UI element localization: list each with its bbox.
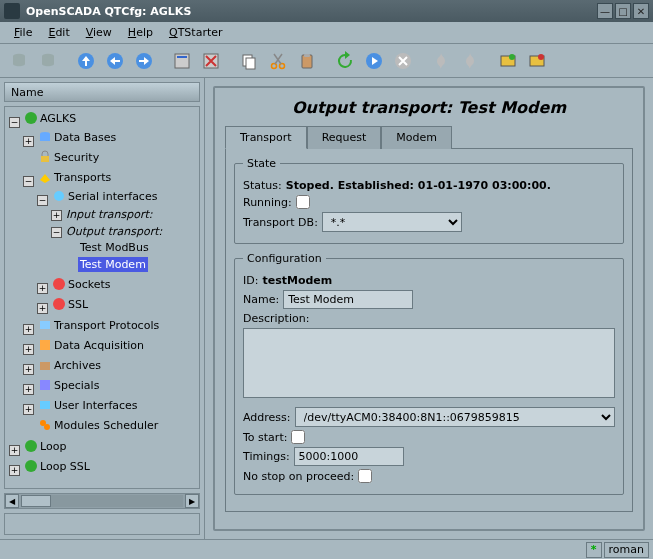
name-label: Name: [243,293,279,306]
tree-node-sockets[interactable]: Sockets [50,276,113,292]
svg-point-33 [44,424,50,430]
nostop-checkbox[interactable] [358,469,372,483]
tool-db1-icon[interactable] [6,48,32,74]
tree-node-loopssl[interactable]: Loop SSL [22,458,92,474]
menu-help[interactable]: Help [122,24,159,41]
expand-icon[interactable]: − [51,227,62,238]
expand-icon[interactable]: + [23,324,34,335]
description-textarea[interactable] [243,328,615,398]
state-group: State Status: Stoped. Established: 01-01… [234,157,624,244]
nostop-label: No stop on proceed: [243,470,354,483]
expand-icon[interactable]: + [23,384,34,395]
tostart-checkbox[interactable] [291,430,305,444]
tree-node-aglks[interactable]: AGLKS [22,110,78,126]
svg-rect-6 [177,56,187,58]
expand-icon[interactable]: + [9,465,20,476]
tree-node-ssl[interactable]: SSL [50,296,90,312]
info-box [4,513,200,535]
config-legend: Configuration [243,252,326,265]
tool-forward-icon[interactable] [131,48,157,74]
svg-point-26 [53,298,65,310]
running-checkbox[interactable] [296,195,310,209]
id-label: ID: [243,274,258,287]
tool-refresh-icon[interactable] [332,48,358,74]
tree-hscrollbar[interactable]: ◀ ▶ [4,493,200,509]
tree-node-databases[interactable]: Data Bases [36,129,118,145]
svg-point-19 [538,54,544,60]
window-title: OpenSCADA QTCfg: AGLKS [26,5,595,18]
tree-node-specials[interactable]: Specials [36,377,101,393]
tree-node-tprotocols[interactable]: Transport Protocols [36,317,161,333]
name-input[interactable] [283,290,413,309]
tool-module2-icon[interactable] [524,48,550,74]
status-user[interactable]: roman [604,542,649,558]
tab-transport[interactable]: Transport [225,126,307,149]
expand-icon[interactable]: + [9,445,20,456]
tool-back-icon[interactable] [102,48,128,74]
scroll-left-icon[interactable]: ◀ [5,494,19,508]
expand-icon[interactable]: + [23,404,34,415]
tab-modem[interactable]: Modem [381,126,452,149]
minimize-button[interactable]: — [597,3,613,19]
svg-rect-30 [40,380,50,390]
timings-input[interactable] [294,447,404,466]
menu-qtstarter[interactable]: QTStarter [163,24,229,41]
expand-icon[interactable]: − [9,117,20,128]
toolbar [0,44,653,78]
tree-node-input-transport[interactable]: Input transport: [64,207,155,222]
tree-header: Name [4,82,200,102]
tool-delitem-icon[interactable] [198,48,224,74]
tree-node-dataacq[interactable]: Data Acquisition [36,337,146,353]
tree-panel: Name − AGLKS + Data Bases Security − Tra… [0,78,205,539]
svg-rect-27 [40,321,50,329]
expand-icon[interactable]: + [37,283,48,294]
menu-file[interactable]: File [8,24,38,41]
app-icon [4,3,20,19]
tree-node-testmodem[interactable]: Test Modem [78,257,148,272]
tool-up-icon[interactable] [73,48,99,74]
tree-node-archives[interactable]: Archives [36,357,103,373]
menubar: File Edit View Help QTStarter [0,22,653,44]
tool-run-icon[interactable] [361,48,387,74]
tool-misc1-icon[interactable] [428,48,454,74]
maximize-button[interactable]: □ [615,3,631,19]
scroll-thumb[interactable] [21,495,51,507]
tree-node-security[interactable]: Security [36,149,101,165]
config-group: Configuration ID: testModem Name: Descri… [234,252,624,495]
address-label: Address: [243,411,291,424]
tree-node-transports[interactable]: Transports [36,169,113,185]
status-indicator: * [586,542,602,558]
id-value: testModem [262,274,332,287]
tool-copy-icon[interactable] [236,48,262,74]
expand-icon[interactable]: + [37,303,48,314]
expand-icon[interactable]: − [23,176,34,187]
close-button[interactable]: ✕ [633,3,649,19]
tool-module1-icon[interactable] [495,48,521,74]
tree-node-ui[interactable]: User Interfaces [36,397,140,413]
tabbar: Transport Request Modem [225,125,633,149]
tree-node-output-transport[interactable]: Output transport: [64,224,164,239]
tool-paste-icon[interactable] [294,48,320,74]
address-select[interactable]: /dev/ttyACM0:38400:8N1::0679859815 [295,407,615,427]
window-titlebar: OpenSCADA QTCfg: AGLKS — □ ✕ [0,0,653,22]
tree-node-loop[interactable]: Loop [22,438,68,454]
tree-node-serial[interactable]: Serial interfaces [50,188,159,204]
transportdb-select[interactable]: *.* [322,212,462,232]
tool-additem-icon[interactable] [169,48,195,74]
tab-request[interactable]: Request [307,126,382,149]
expand-icon[interactable]: + [23,136,34,147]
tool-stop-icon[interactable] [390,48,416,74]
menu-edit[interactable]: Edit [42,24,75,41]
tree-node-modsched[interactable]: Modules Scheduler [36,417,160,433]
expand-icon[interactable]: + [23,364,34,375]
tool-cut-icon[interactable] [265,48,291,74]
expand-icon[interactable]: + [23,344,34,355]
expand-icon[interactable]: − [37,195,48,206]
tree[interactable]: − AGLKS + Data Bases Security − Transpor… [4,106,200,489]
menu-view[interactable]: View [80,24,118,41]
tree-node-testmodbus[interactable]: Test ModBus [78,240,151,255]
scroll-right-icon[interactable]: ▶ [185,494,199,508]
tool-db2-icon[interactable] [35,48,61,74]
expand-icon[interactable]: + [51,210,62,221]
tool-misc2-icon[interactable] [457,48,483,74]
